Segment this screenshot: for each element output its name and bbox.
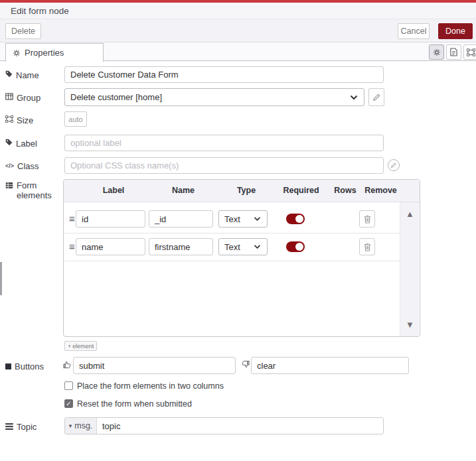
column-header-rows: Rows: [329, 186, 361, 195]
group-select-value: Delete customer [home]: [70, 92, 162, 102]
reset-form-checkbox-label: Reset the form when submitted: [77, 399, 192, 409]
element-name-input[interactable]: [149, 238, 213, 255]
table-icon: [5, 93, 13, 100]
remove-element-button[interactable]: [359, 238, 375, 255]
name-field-label: Name: [5, 70, 39, 80]
check-icon: ✓: [66, 401, 71, 407]
label-input[interactable]: [64, 135, 384, 151]
list-icon: [5, 182, 13, 189]
column-header-required: Required: [276, 186, 326, 195]
topic-field-label: Topic: [5, 422, 37, 432]
caret-down-icon: ▾: [69, 423, 72, 429]
code-icon: </>: [5, 161, 14, 170]
tab-properties[interactable]: Properties: [5, 43, 104, 62]
document-icon: [450, 48, 457, 56]
dialog-title: Edit form node: [11, 6, 69, 16]
add-element-button[interactable]: + element: [64, 341, 97, 351]
column-header-label: Label: [90, 186, 137, 195]
chevron-down-icon: [350, 95, 358, 100]
element-label-input[interactable]: [76, 238, 145, 255]
done-button[interactable]: Done: [438, 23, 473, 39]
edit-form-node-dialog: Edit form node Delete Cancel Done Proper…: [0, 0, 476, 461]
reset-form-checkbox[interactable]: ✓: [64, 399, 73, 408]
tab-properties-label: Properties: [25, 48, 64, 58]
two-columns-checkbox[interactable]: ✓: [64, 381, 73, 390]
required-toggle[interactable]: [286, 214, 305, 224]
dialog-title-bar: [0, 3, 476, 19]
table-header: Label Name Type Required Rows Remove: [64, 180, 420, 202]
scroll-up-icon[interactable]: ▲: [400, 209, 420, 219]
element-name-input[interactable]: [149, 210, 213, 228]
cancel-button[interactable]: Cancel: [398, 23, 430, 39]
dialog-scrollbar[interactable]: [0, 262, 2, 295]
drag-handle-icon[interactable]: ≡: [69, 241, 75, 252]
clear-button-text-input[interactable]: [251, 357, 409, 374]
edit-group-button[interactable]: [368, 88, 384, 106]
thumbs-down-icon: [242, 360, 250, 369]
form-elements-label: Form elements: [5, 180, 53, 200]
topic-typed-input[interactable]: ▾ msg. topic: [64, 417, 384, 434]
pencil-icon: [373, 94, 380, 101]
column-header-name: Name: [160, 186, 206, 195]
element-label-input[interactable]: [76, 210, 145, 228]
remove-element-button[interactable]: [359, 210, 375, 228]
class-input[interactable]: [64, 157, 384, 174]
column-header-type: Type: [223, 186, 270, 195]
group-select[interactable]: Delete customer [home]: [64, 88, 364, 106]
chevron-down-icon: [254, 217, 261, 222]
chevron-down-icon: [254, 245, 261, 249]
table-scrollbar[interactable]: ▲ ▼: [400, 202, 419, 336]
buttons-field-label: Buttons: [5, 362, 44, 371]
node-settings-button[interactable]: [429, 44, 444, 60]
pencil-icon: [391, 163, 396, 168]
column-header-remove: Remove: [362, 186, 399, 195]
node-description-button[interactable]: [446, 44, 461, 60]
form-elements-table: Label Name Type Required Rows Remove ≡ T…: [63, 179, 420, 337]
scroll-down-icon[interactable]: ▼: [400, 320, 420, 330]
class-style-button[interactable]: [388, 159, 400, 171]
bars-icon: [5, 423, 13, 430]
label-field-label: Label: [5, 139, 37, 149]
topic-type-button[interactable]: ▾ msg.: [65, 418, 97, 434]
tag-icon: [5, 70, 13, 78]
required-toggle[interactable]: [286, 241, 305, 252]
trash-icon: [364, 215, 371, 224]
thumbs-up-icon: [63, 360, 71, 369]
plus-icon: +: [68, 343, 71, 350]
gear-icon: [13, 49, 21, 57]
trash-icon: [364, 243, 371, 251]
gear-icon: [433, 48, 441, 56]
name-input[interactable]: [64, 66, 384, 83]
element-type-select[interactable]: Text: [218, 210, 268, 228]
two-columns-checkbox-label: Place the form elements in two columns: [77, 381, 224, 391]
object-group-icon: [5, 115, 13, 123]
class-field-label: </> Class: [5, 161, 39, 171]
submit-button-text-input[interactable]: [73, 357, 236, 374]
topic-type-label: msg.: [74, 421, 92, 430]
size-button[interactable]: auto: [64, 111, 87, 127]
square-icon: [5, 363, 11, 369]
element-type-select[interactable]: Text: [218, 238, 268, 255]
row-divider: [64, 233, 400, 233]
row-divider: [64, 261, 400, 261]
group-field-label: Group: [5, 93, 40, 103]
tag-icon: [5, 139, 13, 146]
node-appearance-button[interactable]: [463, 44, 476, 60]
size-field-label: Size: [5, 115, 33, 125]
object-group-icon: [467, 48, 475, 56]
drag-handle-icon[interactable]: ≡: [69, 213, 75, 224]
delete-button[interactable]: Delete: [5, 23, 41, 39]
topic-value[interactable]: topic: [97, 418, 120, 434]
